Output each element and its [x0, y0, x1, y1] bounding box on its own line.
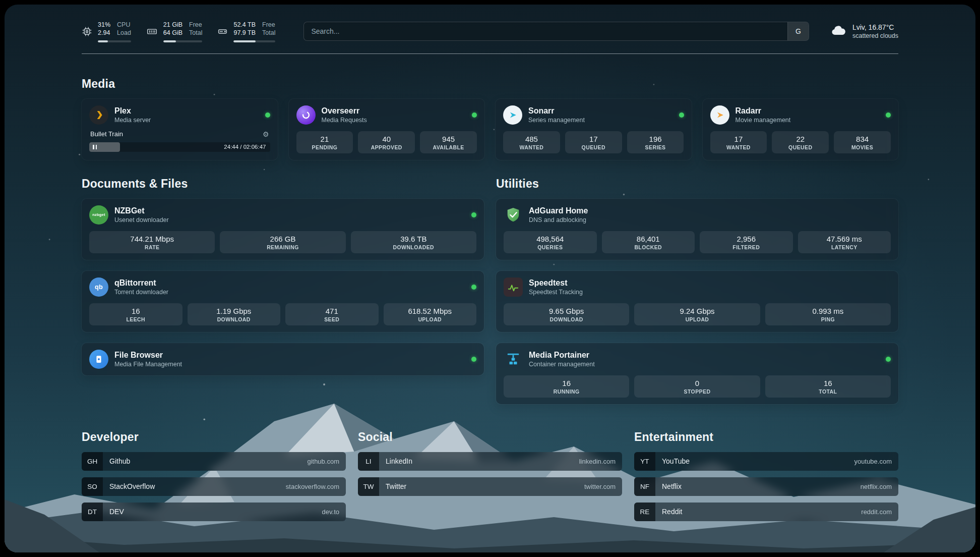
- status-dot: [471, 212, 476, 217]
- stat-queries: 498,564 QUERIES: [504, 231, 597, 253]
- stat-rate: 744.21 Mbps RATE: [89, 231, 215, 253]
- ram-total-value: 64 GiB: [163, 29, 182, 37]
- nzbget-icon: nzbget: [89, 205, 108, 225]
- social-bookmarks: Social LI LinkedIn linkedin.com TW Twitt…: [358, 430, 622, 528]
- bookmark-abbr: DT: [82, 503, 103, 521]
- service-subtitle: Media Requests: [322, 117, 367, 124]
- card-nzbget[interactable]: nzbget NZBGet Usenet downloader 744.21 M…: [82, 199, 484, 260]
- bookmark-name: Twitter: [386, 482, 406, 490]
- stat-total: 16 TOTAL: [765, 375, 891, 398]
- card-overseerr[interactable]: Overseerr Media Requests 21 PENDING 40 A…: [289, 99, 485, 160]
- bookmark-name: Reddit: [662, 508, 682, 516]
- stat-queued: 17 QUEUED: [565, 131, 622, 153]
- service-name: File Browser: [114, 350, 182, 360]
- stat-download: 9.65 Gbps DOWNLOAD: [504, 303, 629, 325]
- card-filebrowser[interactable]: File Browser Media File Management: [82, 343, 484, 375]
- cloud-icon: [830, 24, 846, 38]
- bookmark-youtube[interactable]: YT YouTube youtube.com: [634, 452, 898, 471]
- card-plex[interactable]: Plex Media server Bullet Train ⚙ 24:44 /…: [82, 99, 278, 160]
- stat-latency: 47.569 ms LATENCY: [798, 231, 891, 253]
- section-title-documents: Documents & Files: [82, 177, 484, 191]
- service-subtitle: Media File Management: [114, 361, 182, 368]
- adguard-icon: [504, 205, 523, 225]
- disk-icon: [217, 26, 228, 37]
- ram-free-label: Free: [189, 21, 202, 29]
- plex-icon: [89, 105, 108, 125]
- status-dot: [471, 357, 476, 362]
- bookmark-twitter[interactable]: TW Twitter twitter.com: [358, 477, 622, 496]
- stat-upload: 618.52 Mbps UPLOAD: [384, 303, 477, 325]
- disk-total-label: Total: [262, 29, 275, 37]
- bookmark-netflix[interactable]: NF Netflix netflix.com: [634, 477, 898, 496]
- stat-series: 196 SERIES: [627, 131, 684, 153]
- bookmark-linkedin[interactable]: LI LinkedIn linkedin.com: [358, 452, 622, 471]
- ram-bar: [163, 40, 203, 42]
- bookmark-reddit[interactable]: RE Reddit reddit.com: [634, 503, 898, 521]
- dashboard-screen: 31% 2.94 CPU Load: [5, 5, 975, 552]
- now-playing-title: Bullet Train: [90, 130, 123, 138]
- stat-downloaded: 39.6 TB DOWNLOADED: [351, 231, 476, 253]
- disk-total-value: 97.9 TB: [233, 29, 256, 37]
- bookmark-url: linkedin.com: [579, 458, 616, 465]
- card-sonarr[interactable]: Sonarr Series management 485 WANTED 17 Q…: [496, 99, 692, 160]
- search-input[interactable]: [304, 22, 787, 40]
- stat-filtered: 2,956 FILTERED: [700, 231, 793, 253]
- search-box[interactable]: G: [303, 22, 809, 41]
- sonarr-icon: [503, 105, 522, 125]
- cpu-percent: 31%: [98, 21, 110, 29]
- service-name: Plex: [114, 106, 151, 116]
- disk-free-value: 52.4 TB: [233, 21, 256, 29]
- status-dot: [471, 285, 476, 290]
- status-dot: [472, 113, 477, 118]
- status-dot: [886, 357, 891, 362]
- utilities-column: Utilities: [496, 177, 898, 415]
- disk-free-label: Free: [262, 21, 275, 29]
- service-name: Sonarr: [528, 106, 585, 116]
- bookmark-url: github.com: [307, 458, 339, 465]
- bookmark-abbr: TW: [358, 477, 379, 496]
- weather-location: Lviv, 16.87°C: [852, 23, 898, 31]
- bookmark-url: stackoverflow.com: [286, 483, 339, 490]
- service-subtitle: Series management: [528, 117, 585, 124]
- section-title-social: Social: [358, 430, 622, 444]
- card-portainer[interactable]: Media Portainer Container management 16 …: [496, 343, 898, 404]
- stat-queued: 22 QUEUED: [772, 131, 829, 153]
- card-speedtest[interactable]: Speedtest Speedtest Tracking 9.65 Gbps D…: [496, 271, 898, 332]
- bookmark-name: StackOverflow: [109, 482, 155, 490]
- weather-condition: scattered clouds: [852, 32, 898, 39]
- cpu-label: CPU: [117, 21, 131, 29]
- card-adguard[interactable]: AdGuard Home DNS and adblocking 498,564 …: [496, 199, 898, 260]
- filebrowser-icon: [89, 350, 108, 369]
- search-provider-button[interactable]: G: [787, 22, 809, 40]
- bookmark-url: netflix.com: [861, 483, 892, 490]
- playback-progress-bar[interactable]: 24:44 / 02:06:47: [89, 142, 270, 152]
- portainer-icon: [504, 350, 523, 369]
- pause-button[interactable]: [93, 145, 97, 149]
- card-qbittorrent[interactable]: qb qBittorrent Torrent downloader 16 LEE…: [82, 271, 484, 332]
- service-name: qBittorrent: [114, 278, 168, 288]
- service-subtitle: Media server: [114, 117, 151, 124]
- media-card-row: Plex Media server Bullet Train ⚙ 24:44 /…: [82, 99, 898, 160]
- bookmark-url: youtube.com: [854, 458, 892, 465]
- disk-widget: 52.4 TB 97.9 TB Free Total: [217, 21, 275, 42]
- card-radarr[interactable]: Radarr Movie management 17 WANTED 22 QUE…: [703, 99, 899, 160]
- bookmark-github[interactable]: GH Github github.com: [82, 452, 346, 471]
- stat-blocked: 86,401 BLOCKED: [602, 231, 695, 253]
- bookmark-url: dev.to: [322, 508, 339, 516]
- stat-stopped: 0 STOPPED: [634, 375, 760, 398]
- gear-icon[interactable]: ⚙: [263, 130, 269, 138]
- cpu-widget: 31% 2.94 CPU Load: [82, 21, 131, 42]
- bookmark-dev[interactable]: DT DEV dev.to: [82, 503, 346, 521]
- ram-icon: [146, 26, 158, 37]
- service-subtitle: Usenet downloader: [114, 216, 169, 224]
- qbittorrent-icon: qb: [89, 277, 108, 297]
- service-name: Media Portainer: [529, 350, 595, 360]
- overseerr-icon: [296, 105, 316, 125]
- bookmark-name: Github: [109, 457, 130, 465]
- status-dot: [886, 113, 891, 118]
- section-title-utilities: Utilities: [496, 177, 898, 191]
- bookmark-stackoverflow[interactable]: SO StackOverflow stackoverflow.com: [82, 477, 346, 496]
- documents-column: Documents & Files nzbget NZBGet Usenet d…: [82, 177, 484, 415]
- stat-approved: 40 APPROVED: [358, 131, 415, 153]
- stat-wanted: 17 WANTED: [710, 131, 767, 153]
